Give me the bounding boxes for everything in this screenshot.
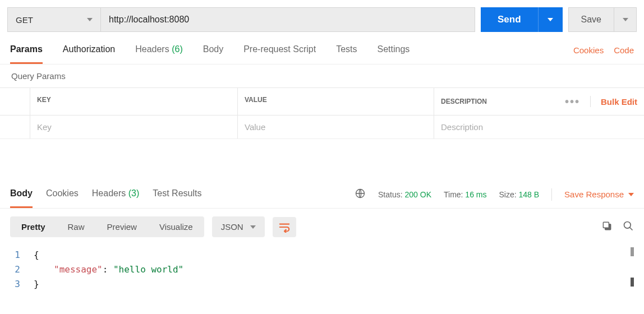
status-stat: Status: 200 OK bbox=[378, 190, 431, 199]
size-stat: Size: 148 B bbox=[499, 190, 539, 199]
save-button-group: Save bbox=[568, 7, 637, 32]
save-response-label: Save Response bbox=[564, 190, 624, 199]
query-params-title: Query Params bbox=[0, 64, 644, 87]
resp-tab-cookies[interactable]: Cookies bbox=[46, 181, 79, 208]
globe-icon[interactable] bbox=[355, 188, 366, 201]
save-response-button[interactable]: Save Response bbox=[564, 190, 634, 199]
save-button[interactable]: Save bbox=[568, 7, 614, 32]
send-button-group: Send bbox=[481, 7, 563, 32]
scrollbar[interactable] bbox=[631, 278, 634, 287]
body-view-tabs: Pretty Raw Preview Visualize bbox=[10, 216, 204, 237]
request-tabs: Params Authorization Headers (6) Body Pr… bbox=[10, 44, 410, 64]
svg-point-3 bbox=[624, 222, 631, 229]
send-button[interactable]: Send bbox=[481, 7, 538, 32]
line-number: 1 bbox=[10, 250, 34, 260]
format-select[interactable]: JSON bbox=[212, 216, 265, 237]
save-dropdown[interactable] bbox=[614, 7, 637, 32]
tab-settings[interactable]: Settings bbox=[377, 44, 410, 64]
resp-tab-headers-label: Headers bbox=[92, 188, 126, 198]
param-value-input[interactable] bbox=[245, 122, 427, 132]
param-key-input[interactable] bbox=[37, 122, 231, 132]
resp-tab-body[interactable]: Body bbox=[10, 181, 33, 208]
url-input[interactable] bbox=[101, 8, 475, 31]
params-table: KEY VALUE DESCRIPTION ••• Bulk Edit bbox=[0, 87, 644, 139]
tab-params[interactable]: Params bbox=[10, 44, 43, 64]
chevron-down-icon bbox=[548, 18, 553, 21]
chevron-down-icon bbox=[628, 193, 634, 196]
tab-tests[interactable]: Tests bbox=[336, 44, 357, 64]
tab-headers-count: (6) bbox=[172, 44, 183, 54]
chevron-down-icon bbox=[623, 18, 628, 21]
tab-prerequest[interactable]: Pre-request Script bbox=[243, 44, 316, 64]
send-dropdown[interactable] bbox=[538, 7, 563, 32]
tab-headers[interactable]: Headers (6) bbox=[135, 44, 183, 64]
more-icon[interactable]: ••• bbox=[565, 96, 580, 107]
http-method-value: GET bbox=[16, 15, 33, 25]
wrap-lines-button[interactable] bbox=[273, 217, 296, 237]
response-tabs: Body Cookies Headers (3) Test Results bbox=[10, 181, 201, 208]
request-links: Cookies Code bbox=[573, 45, 634, 63]
code-json-key: "message" bbox=[54, 264, 103, 275]
tab-headers-label: Headers bbox=[135, 44, 169, 54]
resp-tab-test-results[interactable]: Test Results bbox=[153, 181, 201, 208]
tab-body[interactable]: Body bbox=[203, 44, 223, 64]
line-number: 2 bbox=[10, 264, 34, 275]
params-row bbox=[0, 116, 644, 139]
code-text: { bbox=[34, 250, 39, 260]
time-stat: Time: 16 ms bbox=[444, 190, 487, 199]
chevron-down-icon bbox=[87, 18, 93, 21]
col-key: KEY bbox=[30, 88, 238, 115]
code-link[interactable]: Code bbox=[614, 45, 634, 63]
view-preview[interactable]: Preview bbox=[96, 216, 148, 237]
method-url-group: GET bbox=[7, 7, 475, 32]
http-method-select[interactable]: GET bbox=[8, 8, 101, 31]
code-text: } bbox=[34, 279, 39, 289]
response-status-bar: Status: 200 OK Time: 16 ms Size: 148 B S… bbox=[355, 188, 634, 201]
col-description: DESCRIPTION bbox=[441, 98, 487, 105]
param-desc-input[interactable] bbox=[441, 122, 637, 132]
view-visualize[interactable]: Visualize bbox=[148, 216, 204, 237]
divider bbox=[590, 96, 591, 107]
resp-tab-headers[interactable]: Headers (3) bbox=[92, 181, 140, 208]
search-icon[interactable] bbox=[623, 220, 634, 233]
tab-authorization[interactable]: Authorization bbox=[63, 44, 115, 64]
response-body: 1 { 2 "message": "hello world" 3 } bbox=[0, 245, 644, 293]
chevron-down-icon bbox=[250, 225, 256, 229]
copy-icon[interactable] bbox=[601, 220, 613, 233]
svg-rect-2 bbox=[603, 222, 609, 228]
line-number: 3 bbox=[10, 279, 34, 289]
view-pretty[interactable]: Pretty bbox=[10, 216, 57, 237]
format-value: JSON bbox=[221, 222, 243, 232]
scrollbar[interactable] bbox=[631, 247, 634, 256]
code-json-value: "hello world" bbox=[113, 264, 183, 275]
col-value: VALUE bbox=[238, 88, 434, 115]
view-raw[interactable]: Raw bbox=[57, 216, 96, 237]
cookies-link[interactable]: Cookies bbox=[573, 45, 604, 63]
divider bbox=[551, 188, 552, 201]
bulk-edit-link[interactable]: Bulk Edit bbox=[601, 97, 637, 107]
params-header: KEY VALUE DESCRIPTION ••• Bulk Edit bbox=[0, 88, 644, 116]
resp-tab-headers-count: (3) bbox=[128, 188, 140, 198]
